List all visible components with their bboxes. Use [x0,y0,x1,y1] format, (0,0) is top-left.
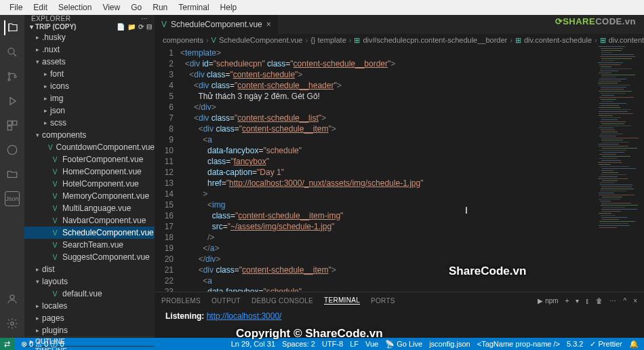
panel-tab-problems[interactable]: PROBLEMS [161,297,201,305]
explorer-sidebar: EXPLORER ⋯ ▾ TRIP (COPY) 📄 📁 ⟳ ⊟ ▸.husky… [24,15,155,338]
trash-icon[interactable]: 🗑 [596,297,603,305]
tree-item--nuxt[interactable]: ▸.nuxt [24,43,155,56]
refresh-icon[interactable]: ⟳ [138,23,144,31]
sharecode-logo: ⟳SHARECODE.vn [555,16,636,26]
status-encoding[interactable]: UTF-8 [322,340,343,348]
panel-tab-terminal[interactable]: TERMINAL [324,296,360,305]
menu-help[interactable]: Help [215,3,243,12]
tree-item-SearchTeam-vue[interactable]: VSearchTeam.vue [24,239,155,251]
terminal-dropdown-icon[interactable]: ▾ [576,297,579,305]
status-golive[interactable]: 📡 Go Live [385,340,422,349]
line-gutter: 1234567891011121314151617181920212223242… [155,46,180,292]
collapse-icon[interactable]: ⊟ [146,23,152,31]
status-version[interactable]: 5.3.2 [567,340,583,348]
status-cursor[interactable]: Ln 29, Col 31 [231,340,275,348]
new-file-icon[interactable]: 📄 [117,23,125,31]
new-folder-icon[interactable]: 📁 [127,23,136,31]
source-control-icon[interactable] [5,69,20,84]
extensions-icon[interactable] [5,118,20,133]
close-icon[interactable]: × [266,20,271,29]
terminal-shell[interactable]: ▶ npm [538,297,558,305]
tree-item-plugins[interactable]: ▸plugins [24,324,155,336]
text-cursor-icon: I [465,205,468,216]
tree-item-NavbarComponent-vue[interactable]: VNavbarComponent.vue [24,214,155,227]
tab-schedulecomponent[interactable]: V ScheduleComponent.vue × [155,15,279,34]
editor-area: V ScheduleComponent.vue × components› VS… [155,15,644,338]
tree-item-MultiLanguage-vue[interactable]: VMultiLanguage.vue [24,202,155,214]
tree-item-components[interactable]: ▾components [24,129,155,141]
tree-item-CountdownComponent-vue[interactable]: VCountdownComponent.vue [24,141,155,153]
status-spaces[interactable]: Spaces: 2 [282,340,315,348]
minimap[interactable] [597,46,644,292]
tree-item-scss[interactable]: ▸scss [24,117,155,129]
menu-edit[interactable]: Edit [28,3,53,12]
status-lang[interactable]: Vue [365,340,378,348]
breadcrumb[interactable]: components› VScheduleComponent.vue› {} t… [155,34,644,46]
menu-view[interactable]: View [97,3,125,12]
settings-icon[interactable] [5,316,20,331]
tree-item-HomeComponent-vue[interactable]: VHomeComponent.vue [24,166,155,178]
tree-item-img[interactable]: ▸img [24,92,155,104]
maximize-icon[interactable]: ^ [623,297,626,305]
svg-point-8 [10,295,14,299]
svg-point-0 [8,48,14,54]
code-content[interactable]: <template> <div id="schedulecpn" class="… [180,46,597,292]
menu-selection[interactable]: Selection [53,3,97,12]
tree-item-pages[interactable]: ▸pages [24,312,155,324]
vue-icon: V [161,20,167,29]
svg-point-9 [11,322,14,326]
explorer-icon[interactable] [4,20,19,35]
new-terminal-icon[interactable]: + [565,297,569,305]
menu-run[interactable]: Run [147,3,173,12]
tree-item-HotelComponent-vue[interactable]: VHotelComponent.vue [24,178,155,190]
tree-item-assets[interactable]: ▾assets [24,56,155,68]
tree-item--husky[interactable]: ▸.husky [24,31,155,43]
svg-point-3 [14,76,16,78]
remote-indicator[interactable]: ⇄ [0,338,14,350]
tree-item-layouts[interactable]: ▾layouts [24,275,155,288]
panel-tab-ports[interactable]: PORTS [371,297,395,305]
svg-point-2 [8,79,10,81]
menu-go[interactable]: Go [125,3,147,12]
remote-icon[interactable] [5,142,20,157]
tree-item-dist[interactable]: ▸dist [24,263,155,275]
tree-item-locales[interactable]: ▸locales [24,300,155,312]
split-terminal-icon[interactable]: ⫿ [586,297,589,305]
debug-icon[interactable] [5,94,20,109]
svg-point-7 [7,145,17,155]
more-icon[interactable]: ⋯ [609,297,616,305]
status-tagname[interactable]: <TagName prop-name /> [477,340,560,348]
panel-tab-output[interactable]: OUTPUT [212,297,241,305]
panel-tab-debug[interactable]: DEBUG CONSOLE [251,297,313,305]
explorer-title: EXPLORER [31,15,71,22]
svg-rect-4 [7,121,12,125]
bottom-panel: PROBLEMS OUTPUT DEBUG CONSOLE TERMINAL P… [155,292,644,338]
search-icon[interactable] [5,45,20,60]
tree-item-SuggestComponent-vue[interactable]: VSuggestComponent.vue [24,251,155,263]
tree-item-icons[interactable]: ▸icons [24,80,155,92]
tree-item-FooterComponent-vue[interactable]: VFooterComponent.vue [24,153,155,166]
menubar: File Edit Selection View Go Run Terminal… [0,0,644,15]
menu-terminal[interactable]: Terminal [173,3,214,12]
menu-file[interactable]: File [4,3,28,12]
status-jsconfig[interactable]: jsconfig.json [429,340,470,348]
status-eol[interactable]: LF [350,340,359,348]
status-bell-icon[interactable]: 🔔 [629,340,639,349]
tree-item-font[interactable]: ▸font [24,68,155,80]
close-panel-icon[interactable]: × [633,297,637,305]
project-root[interactable]: ▾ TRIP (COPY) 📄 📁 ⟳ ⊟ [24,22,155,31]
tree-item-ScheduleComponent-vue[interactable]: VScheduleComponent.vue [24,227,155,239]
status-errors[interactable]: ⊗ 0 ⚠ 0 ⓘ 0 [21,339,64,349]
status-prettier[interactable]: ✓ Prettier [590,340,622,349]
tree-item-default-vue[interactable]: Vdefault.vue [24,288,155,300]
folder-icon[interactable] [5,167,20,182]
svg-point-1 [8,73,10,75]
svg-rect-5 [13,121,17,125]
svg-rect-6 [7,126,12,130]
tree-item-MemoryComponent-vue[interactable]: VMemoryComponent.vue [24,190,155,202]
explorer-more-icon[interactable]: ⋯ [141,15,148,22]
terminal-body[interactable]: Listening: http://localhost:3000/ [155,309,644,338]
account-icon[interactable] [5,292,20,307]
tree-item-json[interactable]: ▸json [24,104,155,117]
json-icon[interactable]: Json [5,191,20,206]
